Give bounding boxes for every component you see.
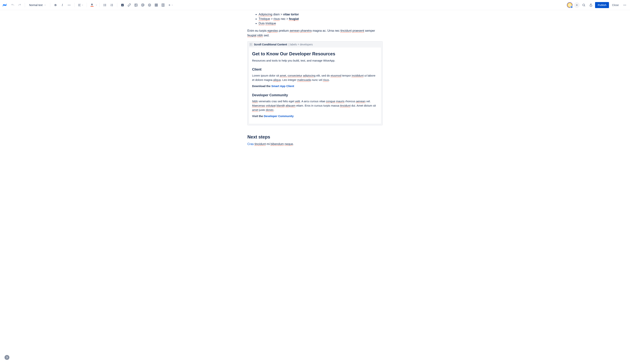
- macro-heading[interactable]: Get to Know Our Developer Resources: [252, 51, 378, 56]
- macro-subheading-community[interactable]: Developer Community: [252, 93, 378, 97]
- chevron-down-icon: [171, 4, 173, 6]
- svg-point-24: [150, 4, 150, 5]
- separator: [117, 3, 117, 7]
- mention-button[interactable]: [140, 2, 146, 8]
- list-item[interactable]: Tristique > risus nec > feugiat: [259, 17, 382, 21]
- svg-rect-38: [590, 5, 592, 6]
- macro-name: Scroll Conditional Content: [254, 43, 287, 46]
- macro-params: | labels = developers: [289, 43, 313, 46]
- undo-button[interactable]: [10, 2, 16, 8]
- macro-paragraph[interactable]: Nibh venenatis cras sed felis eget velit…: [252, 99, 378, 112]
- chevron-down-icon: [96, 4, 97, 6]
- svg-point-2: [70, 5, 70, 5]
- text-style-label: Normal text: [29, 3, 43, 6]
- macro-body[interactable]: Get to Know Our Developer Resources Reso…: [249, 47, 381, 124]
- smart-app-client-link[interactable]: Smart App Client: [272, 84, 294, 88]
- svg-point-21: [142, 4, 143, 6]
- redo-button[interactable]: [16, 2, 22, 8]
- svg-point-0: [68, 5, 68, 5]
- svg-point-1: [69, 5, 69, 5]
- list-item[interactable]: Adipiscing diam > vitae tortor: [259, 13, 382, 16]
- separator: [25, 3, 25, 7]
- insert-more-button[interactable]: [167, 2, 174, 8]
- svg-point-41: [626, 5, 626, 5]
- svg-point-20: [135, 4, 136, 5]
- more-formatting-button[interactable]: [66, 2, 72, 8]
- next-steps-paragraph[interactable]: Cras tincidunt mi bibendum neque.: [248, 142, 382, 147]
- editor-toolbar: Normal text B I A 123: [0, 0, 630, 10]
- emoji-button[interactable]: [146, 2, 152, 8]
- text-color-button[interactable]: A: [89, 2, 97, 8]
- chevron-down-icon: [82, 4, 84, 6]
- svg-point-8: [104, 5, 104, 5]
- chevron-down-icon: [44, 4, 46, 6]
- svg-text:3: 3: [110, 5, 111, 6]
- macro-intro[interactable]: Resources and tools to help you build, t…: [252, 58, 378, 63]
- visit-line[interactable]: Visit the Developer Community: [252, 114, 378, 118]
- svg-rect-25: [155, 4, 158, 6]
- macro-icon: [250, 43, 252, 46]
- find-replace-button[interactable]: [581, 2, 587, 8]
- bold-button[interactable]: B: [52, 2, 58, 8]
- svg-rect-31: [163, 4, 164, 6]
- svg-rect-18: [121, 4, 124, 6]
- svg-point-6: [104, 4, 104, 4]
- developer-community-link[interactable]: Developer Community: [264, 114, 294, 118]
- italic-button[interactable]: I: [59, 2, 65, 8]
- more-actions-button[interactable]: [622, 2, 628, 8]
- add-collaborator-button[interactable]: [574, 2, 580, 8]
- svg-point-39: [624, 5, 624, 5]
- restrictions-button[interactable]: [588, 2, 594, 8]
- table-button[interactable]: [153, 2, 159, 8]
- confluence-logo[interactable]: [2, 3, 7, 7]
- separator: [86, 3, 87, 7]
- avatar-badge: M: [570, 6, 573, 8]
- svg-line-37: [584, 6, 585, 6]
- separator: [100, 3, 100, 7]
- link-button[interactable]: [126, 2, 132, 8]
- macro-subheading-client[interactable]: Client: [252, 68, 378, 71]
- svg-point-36: [583, 4, 585, 6]
- text-style-dropdown[interactable]: Normal text: [27, 2, 48, 8]
- collaborator-avatar[interactable]: M: [567, 2, 572, 8]
- image-button[interactable]: [133, 2, 139, 8]
- svg-point-10: [104, 6, 104, 6]
- download-line[interactable]: Download the Smart App Client: [252, 84, 378, 88]
- bullet-list[interactable]: Adipiscing diam > vitae tortor Tristique…: [248, 13, 382, 25]
- toolbar-right: M Publish Close: [567, 2, 628, 8]
- editor-content[interactable]: Adipiscing diam > vitae tortor Tristique…: [244, 10, 386, 160]
- toolbar-left: Normal text B I A 123: [2, 2, 174, 8]
- svg-point-22: [148, 4, 151, 6]
- paragraph[interactable]: Enim eu turpis egestas pretium aenean ph…: [248, 28, 382, 38]
- list-item[interactable]: Duis tristique: [259, 22, 382, 25]
- svg-point-40: [624, 5, 625, 5]
- macro-header[interactable]: Scroll Conditional Content | labels = de…: [248, 41, 382, 47]
- align-button[interactable]: [77, 2, 84, 8]
- bullet-list-button[interactable]: [102, 2, 108, 8]
- next-steps-heading[interactable]: Next steps: [248, 134, 382, 140]
- svg-rect-30: [162, 4, 163, 6]
- macro-paragraph[interactable]: Lorem ipsum dolor sit amet, consectetur …: [252, 73, 378, 82]
- numbered-list-button[interactable]: 123: [109, 2, 115, 8]
- svg-point-23: [149, 4, 149, 5]
- conditional-content-macro[interactable]: Scroll Conditional Content | labels = de…: [248, 41, 382, 125]
- publish-button[interactable]: Publish: [595, 2, 609, 8]
- close-button[interactable]: Close: [610, 2, 620, 8]
- action-item-button[interactable]: [120, 2, 126, 8]
- layouts-button[interactable]: [160, 2, 166, 8]
